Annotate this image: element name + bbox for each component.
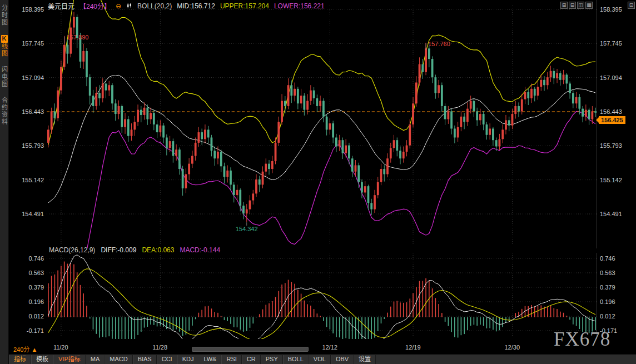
tab-cci[interactable]: CCI [157,355,177,364]
macd-axis-label: 0.196 [28,298,44,305]
sidebar-item-kline-chart[interactable]: K线图 [1,35,8,57]
kline-badge: K [1,35,8,43]
macd-axis-label: -0.171 [27,327,44,334]
boll-lower-value: LOWER:156.221 [274,2,325,10]
macd-axis-label: 0.563 [28,270,44,276]
tab-vol[interactable]: VOL [309,355,331,364]
collapse-icon[interactable]: ⊖ [116,3,121,9]
macd-lines [48,255,595,339]
tab-boll[interactable]: BOLL [283,355,309,364]
date-tick-label: 12/30 [504,344,520,351]
macd-params-label: MACD(26,12,9) [49,246,95,254]
bollinger-bands [48,0,595,248]
layout-multi-pane-icon[interactable]: ▦ [585,2,593,9]
tab-templates[interactable]: 模板 [31,355,53,364]
time-axis: 11/2011/2812/1212/1912/30 [47,344,597,352]
date-tick-label: 12/12 [322,344,337,351]
last-price-badge: 156.425 [599,116,625,124]
chart-header: 美元日元 【240分】 ⊖ BOLL(20,2) MID:156.712 UPP… [48,2,325,10]
boll-upper-value: UPPER:157.204 [220,2,269,10]
macd-histogram [48,262,596,339]
price-annotations: 157.890157.760154.342 [64,34,450,232]
layout-split-vertical-icon[interactable]: ◫ [577,2,584,9]
macd-axis-label: 0.379 [28,284,44,291]
tab-kdj[interactable]: KDJ [177,355,199,364]
chevron-up-icon: ▲ [31,346,37,353]
macd-dea-value: DEA:0.063 [142,246,174,254]
macd-axis-label: 0.196 [600,298,615,305]
fullscreen-icon[interactable]: ⊡ [628,2,635,9]
macd-axis-left: 0.7460.5630.3790.1960.012-0.171 [9,0,46,340]
boll-params-label: BOLL(20,2) [137,2,172,10]
tab-ma[interactable]: MA [86,355,105,364]
candlestick-icon [126,3,132,9]
tab-obv[interactable]: OBV [331,355,354,364]
boll-mid-value: MID:156.712 [177,2,215,10]
symbol-title: 美元日元 [48,1,74,11]
macd-axis-label: 0.563 [600,270,615,276]
left-sidebar: 分时图 K线图 闪电图 合约资料 [0,0,9,364]
sidebar-item-contract-info[interactable]: 合约资料 [1,97,8,126]
sidebar-item-lightning-chart[interactable]: 闪电图 [1,66,8,88]
period-label[interactable]: 【240分】 [80,1,111,11]
macd-axis-label: 0.012 [28,313,44,320]
indicator-toolbar: 指标模板VIP指标MAMACDBIASCCIKDJLW&RSICRPSYBOLL… [9,355,636,364]
tab-lw[interactable]: LW& [198,355,221,364]
window-layout-icons: ⊞⊟◫▦⊡ [560,2,635,9]
macd-axis-right: 0.7460.5630.3790.1960.012-0.171 [599,0,635,340]
macd-header: MACD(26,12,9) DIFF:-0.009 DEA:0.063 MACD… [49,246,220,254]
tab-settings[interactable]: 设置 [354,355,376,364]
chart-scrollbar-thumb[interactable] [192,347,309,352]
date-tick-label: 12/19 [405,344,421,351]
layout-grid-icon[interactable]: ⊞ [560,2,568,9]
tab-cr[interactable]: CR [242,355,261,364]
macd-axis-label: 0.746 [600,255,615,262]
macd-axis-label: 0.012 [600,313,615,320]
macd-macd-value: MACD:-0.144 [180,246,220,254]
macd-chart[interactable] [47,253,597,339]
tab-psy[interactable]: PSY [261,355,283,364]
macd-axis-label: -0.171 [600,327,617,334]
tab-macd[interactable]: MACD [105,355,132,364]
timeframe-label: 240分 [13,346,29,353]
macd-diff-value: DIFF:-0.009 [101,246,136,254]
tab-bias[interactable]: BIAS [133,355,157,364]
layout-split-horizontal-icon[interactable]: ⊟ [569,2,576,9]
swing-high-label: 157.760 [428,41,450,47]
macd-axis-label: 0.746 [28,255,44,262]
tab-vip-indicators[interactable]: VIP指标 [53,355,86,364]
macd-grid [47,253,597,339]
macd-axis-label: 0.379 [600,284,615,291]
date-tick-label: 11/20 [53,344,68,351]
swing-low-label: 154.342 [236,226,258,232]
swing-high-label: 157.890 [67,34,89,41]
kline-label: 线图 [1,43,8,57]
price-chart[interactable]: 157.890157.760154.342 [47,0,597,248]
tab-indicators[interactable]: 指标 [9,355,31,364]
tab-rsi[interactable]: RSI [221,355,241,364]
timeframe-selector[interactable]: 240分 ▲ [13,345,37,353]
date-tick-label: 11/28 [152,344,167,351]
sidebar-item-time-chart[interactable]: 分时图 [1,4,8,26]
last-price-value: 156.425 [601,117,623,123]
